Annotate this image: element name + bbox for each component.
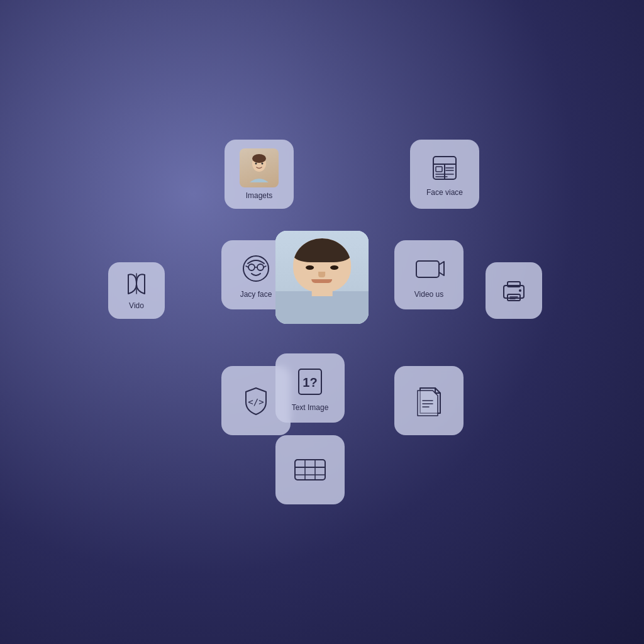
textimage-card[interactable]: 1? Text Image (275, 353, 345, 423)
text-image-icon: 1? (292, 364, 328, 399)
svg-point-23 (519, 289, 521, 292)
doc-icon (411, 383, 447, 418)
svg-rect-7 (436, 167, 442, 172)
center-photo-card[interactable] (275, 231, 369, 324)
imagets-label: Imagets (246, 191, 273, 200)
rightbox-card[interactable] (486, 262, 542, 319)
svg-point-2 (255, 163, 257, 165)
imagets-card[interactable]: Imagets (225, 140, 294, 209)
svg-point-1 (252, 154, 266, 163)
svg-point-15 (257, 264, 264, 270)
docfile-card[interactable] (394, 366, 464, 435)
jacyface-label: Jacy face (240, 290, 272, 299)
videous-card[interactable]: Video us (394, 240, 464, 309)
book-icon (123, 271, 150, 297)
video-frame-icon (411, 251, 447, 286)
faceviace-label: Face viace (426, 188, 463, 197)
svg-point-3 (262, 163, 264, 165)
tool-icon (500, 277, 528, 304)
videous-label: Video us (414, 290, 443, 299)
table-icon (292, 457, 328, 482)
newspaper-icon (428, 152, 461, 184)
svg-rect-32 (295, 460, 325, 480)
face-photo-icon (243, 152, 275, 184)
code-shield-icon: </> (238, 383, 274, 418)
svg-text:1?: 1? (303, 375, 317, 389)
svg-point-14 (248, 264, 255, 270)
main-grid: Imagets Face viace Vido (102, 140, 542, 504)
textimage-label: Text Image (292, 403, 329, 412)
table-card[interactable] (275, 435, 345, 504)
vido-label: Vido (129, 301, 144, 310)
svg-text:</>: </> (248, 397, 264, 407)
svg-rect-19 (416, 261, 439, 277)
faceviace-card[interactable]: Face viace (410, 140, 479, 209)
cartoon-face-icon (238, 251, 274, 286)
vido-card[interactable]: Vido (108, 262, 165, 319)
